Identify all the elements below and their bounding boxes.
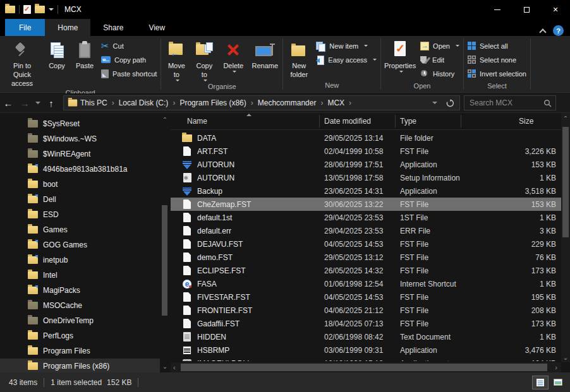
sidebar-item[interactable]: Program Files (x86) xyxy=(0,359,160,372)
scroll-down-icon[interactable]: ⌄ xyxy=(162,364,168,370)
sidebar-item[interactable]: ESD xyxy=(0,207,160,222)
breadcrumb[interactable]: This PC›Local Disk (C:)›Program Files (x… xyxy=(63,95,460,110)
sidebar-item[interactable]: 4946bae9813ab381b81a xyxy=(0,162,160,177)
thumbnails-view-button[interactable] xyxy=(550,376,566,389)
breadcrumb-chevron-icon[interactable]: › xyxy=(171,98,177,107)
sidebar-item[interactable]: Dell xyxy=(0,192,160,207)
file-row[interactable]: IMAGEHLP.DLL10/12/1998 15:18Application … xyxy=(171,357,561,361)
breadcrumb-chevron-icon[interactable]: › xyxy=(110,98,116,107)
file-row[interactable]: FRONTIER.FST04/06/2025 21:12FST File208 … xyxy=(171,304,561,317)
refresh-icon[interactable] xyxy=(446,99,454,107)
sidebar-item[interactable]: inetpub xyxy=(0,252,160,268)
up-button[interactable]: ↑ xyxy=(43,98,59,109)
delete-button[interactable]: Delete xyxy=(218,37,248,74)
recent-locations-icon[interactable] xyxy=(35,102,40,104)
column-divider[interactable] xyxy=(461,115,461,128)
search-input[interactable] xyxy=(468,98,543,108)
sidebar-item[interactable]: Games xyxy=(0,222,160,237)
maximize-button[interactable] xyxy=(512,0,541,19)
cut-button[interactable]: ✂ Cut xyxy=(101,40,157,52)
tab-file[interactable]: File xyxy=(5,19,45,36)
properties-qat-icon[interactable] xyxy=(23,5,31,14)
sidebar-item[interactable]: OneDriveTemp xyxy=(0,313,160,328)
sidebar-item[interactable]: GOG Games xyxy=(0,237,160,252)
back-button[interactable]: ← xyxy=(0,98,16,109)
scroll-up-icon[interactable]: ⌃ xyxy=(562,116,569,122)
sidebar-item[interactable]: $Windows.~WS xyxy=(0,131,160,146)
new-item-button[interactable]: New item xyxy=(316,40,377,52)
select-none-button[interactable]: Select none xyxy=(468,54,526,66)
column-divider[interactable] xyxy=(319,115,320,128)
edit-button[interactable]: Edit xyxy=(420,54,459,66)
breadcrumb-item[interactable]: This PC xyxy=(78,98,110,107)
search-box[interactable] xyxy=(464,95,556,110)
file-row[interactable]: default.err29/04/2025 23:53ERR File3 KB xyxy=(171,224,561,237)
file-row[interactable]: FIVESTAR.FST04/05/2025 14:53FST File195 … xyxy=(171,290,561,304)
address-dropdown-icon[interactable] xyxy=(432,102,437,104)
paste-button[interactable]: Paste xyxy=(71,37,99,72)
file-row[interactable]: demo.FST29/05/2025 13:12FST File76 KB xyxy=(171,251,561,264)
pin-to-quick-access-button[interactable]: Pin to Quick access xyxy=(1,37,43,89)
breadcrumb-chevron-icon[interactable]: › xyxy=(318,98,325,107)
breadcrumb-item[interactable]: Local Disk (C:) xyxy=(116,98,171,107)
customize-qat-icon[interactable] xyxy=(49,8,54,11)
breadcrumb-item[interactable]: Mechcommander xyxy=(255,98,319,107)
file-row[interactable]: DATA29/05/2025 13:14File folder xyxy=(171,131,561,145)
breadcrumb-item[interactable]: Program Files (x86) xyxy=(177,98,248,107)
horizontal-scroll-thumb[interactable] xyxy=(181,364,547,371)
file-row[interactable]: AUTORUN13/05/1998 17:58Setup Information… xyxy=(171,171,561,184)
breadcrumb-chevron-icon[interactable]: › xyxy=(249,98,255,107)
scroll-down-icon[interactable]: ⌄ xyxy=(562,355,569,361)
new-folder-button[interactable]: New folder xyxy=(284,37,313,81)
sidebar-item[interactable]: $SysReset xyxy=(0,116,160,131)
file-list-scroll-thumb[interactable] xyxy=(562,127,569,237)
close-button[interactable]: × xyxy=(541,0,570,19)
search-icon[interactable] xyxy=(543,99,552,107)
tab-home[interactable]: Home xyxy=(45,19,90,36)
history-button[interactable]: History xyxy=(420,68,459,80)
scroll-up-icon[interactable]: ⌃ xyxy=(162,117,168,123)
help-icon[interactable]: ? xyxy=(553,25,564,36)
file-row[interactable]: CheZemap.FST30/06/2025 13:22FST File153 … xyxy=(171,198,561,211)
open-button[interactable]: Open xyxy=(420,40,459,52)
file-row[interactable]: Gadaffii.FST18/04/2025 07:13FST File173 … xyxy=(171,317,561,330)
collapse-ribbon-icon[interactable] xyxy=(539,28,546,35)
column-header-date[interactable]: Date modified xyxy=(324,117,371,126)
file-row[interactable]: ART.FST02/04/1999 10:58FST File3,226 KB xyxy=(171,145,561,158)
scroll-right-icon[interactable]: › xyxy=(555,364,557,371)
copy-button[interactable]: Copy xyxy=(43,37,71,72)
file-list-vertical-scrollbar[interactable]: ⌃ ⌄ xyxy=(561,113,570,362)
sidebar-item[interactable]: Program Files xyxy=(0,343,160,359)
breadcrumb-item[interactable]: MCX xyxy=(325,98,347,107)
properties-button[interactable]: Properties xyxy=(382,37,418,74)
file-row[interactable]: eFASA01/06/1998 12:54Internet Shortcut1 … xyxy=(171,277,561,290)
easy-access-button[interactable]: Easy access xyxy=(316,54,377,66)
copy-to-button[interactable]: Copy to xyxy=(190,37,218,83)
file-row[interactable]: default.1st29/04/2025 23:531ST File1 KB xyxy=(171,211,561,224)
sidebar-item[interactable]: $WinREAgent xyxy=(0,146,160,162)
file-row[interactable]: ECLIPSE.FST26/05/2025 14:32FST File173 K… xyxy=(171,264,561,277)
file-row[interactable]: Backup23/06/2025 14:31Application3,518 K… xyxy=(171,184,561,198)
tab-share[interactable]: Share xyxy=(90,19,136,36)
sidebar-scrollbar[interactable]: ⌃ ⌄ xyxy=(161,113,169,372)
move-to-button[interactable]: ← Move to xyxy=(162,37,190,83)
minimize-button[interactable] xyxy=(483,0,512,19)
forward-button[interactable]: → xyxy=(16,98,33,109)
invert-selection-button[interactable]: Invert selection xyxy=(468,68,526,80)
select-all-button[interactable]: Select all xyxy=(468,40,526,52)
column-header-type[interactable]: Type xyxy=(400,117,416,126)
file-row[interactable]: HIDDEN02/06/1998 08:42Text Document1 KB xyxy=(171,330,561,343)
breadcrumb-chevron-icon[interactable]: › xyxy=(347,98,353,107)
details-view-button[interactable] xyxy=(532,376,549,389)
scroll-left-icon[interactable]: ‹ xyxy=(173,364,176,371)
file-list-horizontal-scrollbar[interactable]: ‹ › xyxy=(171,362,561,372)
rename-button[interactable]: Rename xyxy=(248,37,281,72)
column-divider[interactable] xyxy=(395,115,396,128)
new-folder-qat-icon[interactable] xyxy=(35,6,45,13)
copy-path-button[interactable]: w... Copy path xyxy=(101,54,157,66)
column-header-size[interactable]: Size xyxy=(519,117,533,126)
sidebar-item[interactable]: MagiPacks xyxy=(0,283,160,298)
column-header-name[interactable]: Name xyxy=(187,117,207,126)
sidebar-item[interactable]: boot xyxy=(0,177,160,192)
paste-shortcut-button[interactable]: Paste shortcut xyxy=(101,68,157,80)
